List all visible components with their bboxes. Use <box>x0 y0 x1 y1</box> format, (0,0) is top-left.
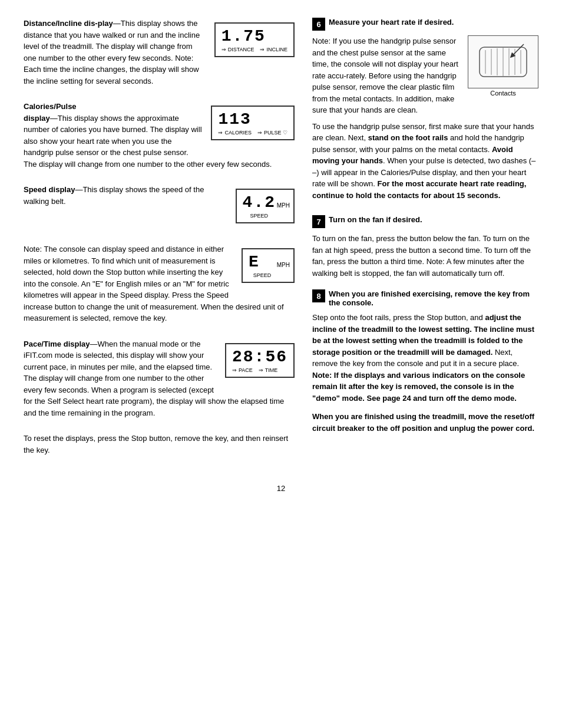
step7-section: 7 Turn on the fan if desired. To turn on… <box>312 215 538 279</box>
step8-section: 8 When you are finished exercising, remo… <box>312 289 538 434</box>
speed-section: 4.2 MPH SPEED Speed display—This display… <box>24 184 295 233</box>
reset-displays-text: To reset the displays, press the Stop bu… <box>24 433 295 456</box>
distance-title: Distance/Incline dis- <box>24 19 98 28</box>
step6-header: 6 Measure your heart rate if desired. <box>312 18 538 31</box>
contacts-figure: Contacts <box>468 35 538 97</box>
pace-time-section: 28:56 PACE TIME Pace/Time display—When t… <box>24 338 295 423</box>
calories-pulse-section: 113 CALORIES PULSE ♡ Calories/Pulse disp… <box>24 101 295 173</box>
step6-number: 6 <box>312 18 325 31</box>
step6-body2: To use the handgrip pulse sensor, first … <box>312 121 538 202</box>
time-label: TIME <box>259 367 278 373</box>
reset-displays-section: To reset the displays, press the Stop bu… <box>24 433 295 456</box>
step8-number: 8 <box>312 289 325 302</box>
calories-pulse-display: 113 CALORIES PULSE ♡ <box>211 101 295 145</box>
pace-time-display: 28:56 PACE TIME <box>225 338 295 383</box>
incline-label: INCLINE <box>260 47 287 52</box>
pulse-label: PULSE ♡ <box>257 130 287 136</box>
distance-incline-display: 1.75 DISTANCE INCLINE <box>214 18 295 62</box>
calories-pulse-value: 113 <box>218 110 287 129</box>
left-column: 1.75 DISTANCE INCLINE Distance/Incline d… <box>24 18 295 466</box>
mph-label1: MPH <box>277 202 290 209</box>
speed-label1: SPEED <box>243 213 276 219</box>
step8-header: 8 When you are finished exercising, remo… <box>312 289 538 307</box>
contacts-image <box>468 35 538 88</box>
mph-label2: MPH <box>277 262 290 268</box>
speed-display1: 4.2 MPH SPEED <box>236 184 295 228</box>
step8-body1: Step onto the foot rails, press the Stop… <box>312 312 538 404</box>
calories-pulse-box: 113 CALORIES PULSE ♡ <box>211 106 295 140</box>
speed-value2: E <box>249 253 276 271</box>
pace-time-labels: PACE TIME <box>232 367 287 373</box>
step6-title: Measure your heart rate if desired. <box>329 18 454 27</box>
step7-title: Turn on the fan if desired. <box>329 215 422 224</box>
calories-label: CALORIES <box>218 130 252 136</box>
speed-label2: SPEED <box>249 272 276 278</box>
contacts-label: Contacts <box>468 90 538 97</box>
speed-title: Speed display <box>24 185 75 194</box>
step8-body2: When you are finished using the treadmil… <box>312 411 538 434</box>
speed-display2: E MPH SPEED <box>242 243 295 288</box>
pace-time-box: 28:56 PACE TIME <box>225 343 295 378</box>
distance-incline-labels: DISTANCE INCLINE <box>222 47 287 52</box>
step7-header: 7 Turn on the fan if desired. <box>312 215 538 228</box>
calories-pulse-labels: CALORIES PULSE ♡ <box>218 130 287 136</box>
pace-time-value: 28:56 <box>232 348 287 366</box>
step8-title: When you are finished exercising, remove… <box>329 289 538 307</box>
distance-incline-box: 1.75 DISTANCE INCLINE <box>214 22 295 57</box>
step6-section: 6 Measure your heart rate if desired. <box>312 18 538 205</box>
speed-box1: 4.2 MPH SPEED <box>236 189 295 223</box>
speed-box2: E MPH SPEED <box>242 248 295 283</box>
pace-label: PACE <box>232 367 253 373</box>
page-number: 12 <box>24 484 538 493</box>
speed-value1: 4.2 <box>243 193 276 212</box>
pace-time-title: Pace/Time display <box>24 340 90 348</box>
step6-body: Contacts Note: If you use the handgrip p… <box>312 35 538 205</box>
distance-incline-section: 1.75 DISTANCE INCLINE Distance/Incline d… <box>24 18 295 90</box>
svg-line-8 <box>512 44 524 56</box>
right-column: 6 Measure your heart rate if desired. <box>312 18 538 466</box>
contacts-svg <box>474 38 533 85</box>
page-content: 1.75 DISTANCE INCLINE Distance/Incline d… <box>24 18 538 466</box>
distance-label: DISTANCE <box>222 47 254 52</box>
speed-e-section: E MPH SPEED Note: The console can displa… <box>24 243 295 328</box>
step7-number: 7 <box>312 215 325 228</box>
distance-incline-value: 1.75 <box>222 27 287 45</box>
calories-title: Calories/Pulse <box>24 102 77 111</box>
step7-body: To turn on the fan, press the button bel… <box>312 233 538 279</box>
